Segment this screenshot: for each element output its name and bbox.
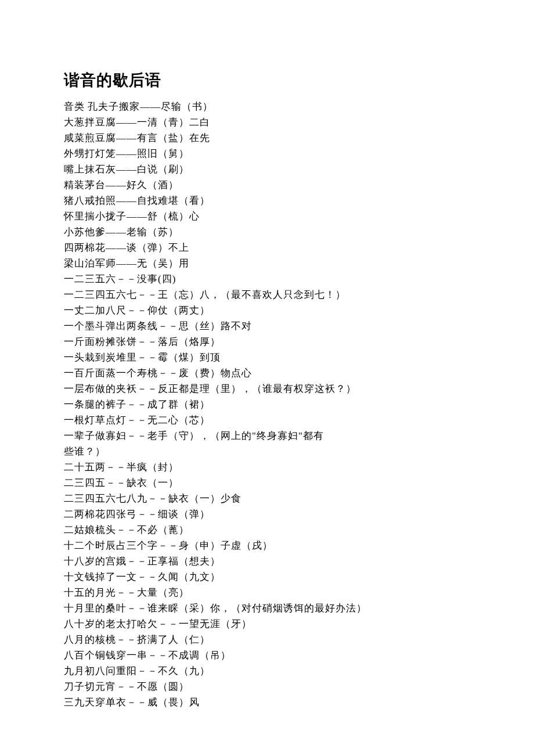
- text-line: 二姑娘梳头－－不必（蓖）: [64, 522, 470, 538]
- document-body: 音类 孔夫子搬家——尽输（书）大葱拌豆腐——一清（青）二白咸菜煎豆腐——有言（盐…: [64, 99, 470, 710]
- text-line: 四两棉花——谈（弹）不上: [64, 240, 470, 255]
- text-line: 一辈子做寡妇－－老手（守），（网上的"终身寡妇"都有: [64, 428, 470, 444]
- text-line: 外甥打灯笼——照旧（舅）: [64, 146, 470, 161]
- text-line: 怀里揣小拢子——舒（梳）心: [64, 208, 470, 224]
- text-line: 八百个铜钱穿一串－－不成调（吊）: [64, 647, 470, 663]
- text-line: 猪八戒拍照——自找难堪（看）: [64, 193, 470, 208]
- text-line: 八月的核桃－－挤满了人（仁）: [64, 632, 470, 647]
- text-line: 一二三五六－－没事(四): [64, 271, 470, 287]
- text-line: 十八岁的宫娥－－正享福（想夫）: [64, 553, 470, 569]
- text-line: 一根灯草点灯－－无二心（芯）: [64, 412, 470, 428]
- text-line: 十文钱掉了一文－－久闻（九文）: [64, 569, 470, 585]
- text-line: 咸菜煎豆腐——有言（盐）在先: [64, 130, 470, 146]
- text-line: 十二个时辰占三个字－－身（申）子虚（戌）: [64, 538, 470, 553]
- text-line: 一条腿的裤子－－成了群（裙）: [64, 397, 470, 412]
- text-line: 嘴上抹石灰——白说（刷）: [64, 161, 470, 177]
- text-line: 二十五两－－半疯（封）: [64, 459, 470, 475]
- text-line: 二三四五六七八九－－缺衣（一）少食: [64, 491, 470, 506]
- text-line: 二两棉花四张弓－－细谈（弹）: [64, 506, 470, 522]
- text-line: 一层布做的夹袄－－反正都是理（里），（谁最有权穿这袄？）: [64, 381, 470, 397]
- text-line: 十月里的桑叶－－谁来睬（采）你，（对付硝烟诱饵的最好办法）: [64, 600, 470, 616]
- text-line: 十五的月光－－大量（亮）: [64, 585, 470, 600]
- text-line: 三九天穿单衣－－威（畏）风: [64, 694, 470, 710]
- text-line: 精装茅台——好久（酒）: [64, 177, 470, 193]
- text-line: 一丈二加八尺－－仰仗（两丈）: [64, 303, 470, 318]
- document-title: 谐音的歇后语: [64, 70, 470, 91]
- text-line: 音类 孔夫子搬家——尽输（书）: [64, 99, 470, 114]
- text-line: 二三四五－－缺衣（一）: [64, 475, 470, 491]
- text-line: 一百斤面蒸一个寿桃－－废（费）物点心: [64, 365, 470, 381]
- text-line: 九月初八问重阳－－不久（九）: [64, 663, 470, 679]
- text-line: 些谁？）: [64, 444, 470, 459]
- text-line: 小苏他爹——老输（苏）: [64, 224, 470, 240]
- text-line: 一二三四五六七－－王（忘）八，（最不喜欢人只念到七！）: [64, 287, 470, 303]
- text-line: 刀子切元宵－－不愿（圆）: [64, 679, 470, 694]
- text-line: 八十岁的老太打哈欠－－一望无涯（牙）: [64, 616, 470, 632]
- text-line: 一头栽到炭堆里－－霉（煤）到顶: [64, 350, 470, 365]
- text-line: 一斤面粉摊张饼－－落后（烙厚）: [64, 334, 470, 350]
- text-line: 一个墨斗弹出两条线－－思（丝）路不对: [64, 318, 470, 334]
- text-line: 大葱拌豆腐——一清（青）二白: [64, 114, 470, 130]
- text-line: 梁山泊军师——无（吴）用: [64, 255, 470, 271]
